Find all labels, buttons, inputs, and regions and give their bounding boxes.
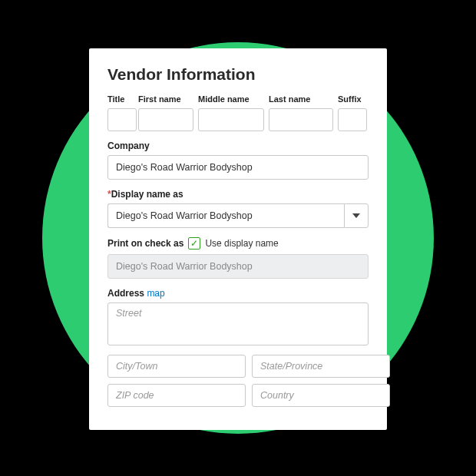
middle-name-input[interactable] [198,108,264,131]
print-on-check-label: Print on check as [107,238,183,249]
first-name-label: First name [138,94,193,104]
last-name-input[interactable] [269,108,333,131]
last-name-label: Last name [269,94,333,104]
display-name-field: *Display name as [107,189,369,228]
use-display-name-label: Use display name [205,238,278,249]
state-input[interactable] [252,355,390,378]
company-label: Company [107,140,369,151]
use-display-name-checkbox[interactable]: ✓ [188,237,200,250]
print-on-check-field: Print on check as ✓ Use display name Die… [107,237,369,279]
address-label: Address [107,288,144,299]
company-input[interactable] [107,155,369,180]
display-name-dropdown-button[interactable] [344,203,369,228]
checkmark-icon: ✓ [190,239,198,248]
display-name-label: *Display name as [107,189,369,200]
title-input[interactable] [107,108,137,131]
print-on-check-value: Diego's Road Warrior Bodyshop [107,254,369,279]
suffix-input[interactable] [338,108,367,131]
name-row: Title First name Middle name Last name S… [107,94,369,131]
address-field: Address map [107,288,369,407]
first-name-input[interactable] [138,108,193,131]
company-field: Company [107,140,369,180]
suffix-label: Suffix [338,94,367,104]
panel-title: Vendor Information [107,65,369,84]
display-name-select[interactable] [107,203,369,228]
chevron-down-icon [352,213,360,218]
vendor-info-panel: Vendor Information Title First name Midd… [89,48,387,430]
city-input[interactable] [107,355,246,378]
map-link[interactable]: map [147,288,164,299]
middle-name-label: Middle name [198,94,264,104]
title-label: Title [107,94,137,104]
country-input[interactable] [252,384,390,407]
street-input[interactable] [107,302,369,345]
display-name-value[interactable] [107,203,344,228]
zip-input[interactable] [107,384,246,407]
